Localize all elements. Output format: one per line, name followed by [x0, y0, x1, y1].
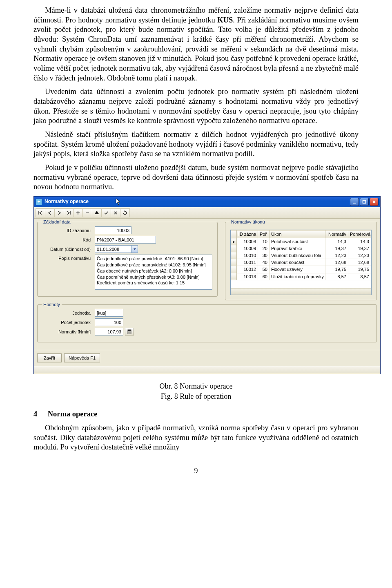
bottom-button-bar: Zavřít Nápověda F1: [34, 350, 380, 366]
cell-norm: 8,57: [325, 273, 348, 280]
cell-pom: 12,68: [348, 259, 371, 266]
table-row[interactable]: ▸1000810Polohovat součást14,314,3: [231, 238, 371, 245]
nav-insert-button[interactable]: [73, 208, 83, 217]
svg-point-20: [130, 332, 130, 333]
cell-norm: 19,37: [325, 245, 348, 252]
input-id[interactable]: [95, 226, 131, 234]
svg-point-17: [130, 331, 130, 332]
label-datum: Datum (účinnost od): [42, 246, 95, 252]
section-heading: 4 Norma operace: [33, 409, 359, 419]
col-por[interactable]: Poř: [258, 230, 270, 238]
nav-refresh-button[interactable]: [120, 208, 130, 217]
label-popis: Popis normativu: [42, 255, 95, 261]
window-minimize-button[interactable]: [350, 198, 359, 206]
input-datum[interactable]: [95, 245, 131, 253]
body-paragraph-5: Obdobným způsobem, jako v případě normat…: [33, 423, 359, 452]
label-jednotka: Jednotka: [42, 310, 95, 316]
cell-id: 10010: [237, 252, 258, 259]
date-dropdown-button[interactable]: [131, 245, 138, 253]
group-hodnoty-legend: Hodnoty: [42, 302, 62, 307]
table-row[interactable]: 1001140Vsunout součást12,6812,68: [231, 259, 371, 266]
window-titlebar[interactable]: ✦ Normativy operace: [34, 197, 380, 207]
window-close-button[interactable]: [370, 198, 379, 206]
group-hodnoty: Hodnoty Jednotka Počet jednotek Normativ…: [37, 304, 377, 342]
app-window: ✦ Normativy operace: [33, 196, 381, 374]
cell-ukon: Fixovat uzávěry: [270, 266, 325, 273]
label-kod: Kód: [42, 237, 95, 243]
group-normativy-ukonu: Normativy úkonů ID zázna: [225, 222, 377, 300]
app-icon: ✦: [36, 199, 42, 205]
body-paragraph-3: Následně stačí příslušným tlačítkem norm…: [33, 130, 359, 159]
calc-button[interactable]: [125, 328, 134, 335]
window-title: Normativy operace: [45, 199, 89, 205]
close-button[interactable]: Zavřít: [37, 353, 62, 362]
grid-scrollbar[interactable]: [231, 288, 371, 295]
statusbar: [34, 366, 380, 374]
nav-delete-button[interactable]: [82, 208, 92, 217]
cell-norm: 14,3: [325, 238, 348, 245]
nav-prev-button[interactable]: [45, 208, 55, 217]
section-title: Norma operace: [48, 410, 98, 418]
grid-ukony[interactable]: ID zázna Poř Úkon Normativ Poměrová ▸100…: [230, 230, 372, 295]
textarea-popis[interactable]: [95, 255, 212, 290]
input-normativ[interactable]: [95, 328, 123, 335]
table-row[interactable]: 1000920Připravit krabici19,3719,37: [231, 245, 371, 252]
cell-por: 30: [258, 252, 270, 259]
col-ukon[interactable]: Úkon: [270, 230, 325, 238]
group-ukonu-legend: Normativy úkonů: [229, 219, 267, 225]
nav-post-button[interactable]: [101, 208, 111, 217]
cell-ukon: Připravit krabici: [270, 245, 325, 252]
cell-por: 60: [258, 273, 270, 280]
nav-first-button[interactable]: [36, 208, 45, 217]
input-kod[interactable]: [95, 236, 156, 244]
page-number: 9: [33, 466, 359, 476]
col-pomerova[interactable]: Poměrová: [348, 230, 371, 238]
cell-id: 10011: [237, 259, 258, 266]
table-row[interactable]: 1001250Fixovat uzávěry19,7519,75: [231, 266, 371, 273]
row-indicator: [231, 252, 237, 259]
window-maximize-button[interactable]: [360, 198, 369, 206]
svg-point-15: [128, 331, 129, 332]
cursor-icon: [116, 198, 121, 206]
cell-pom: 12,23: [348, 252, 371, 259]
body-paragraph-2: Uvedením data účinnosti a zvolením počtu…: [33, 87, 359, 126]
label-pocet: Počet jednotek: [42, 320, 95, 325]
cell-norm: 19,75: [325, 266, 348, 273]
p1-kus: KUS: [217, 16, 233, 24]
svg-rect-14: [128, 330, 131, 331]
nav-last-button[interactable]: [64, 208, 74, 217]
row-indicator: [231, 245, 237, 252]
nav-edit-button[interactable]: [92, 208, 102, 217]
navigator-toolbar: [34, 207, 380, 219]
cell-id: 10013: [237, 273, 258, 280]
svg-point-16: [129, 331, 129, 332]
row-indicator: [231, 259, 237, 266]
cell-por: 20: [258, 245, 270, 252]
cell-pom: 19,37: [348, 245, 371, 252]
label-id: ID záznamu: [42, 228, 95, 233]
cell-por: 10: [258, 238, 270, 245]
cell-pom: 8,57: [348, 273, 371, 280]
figure-caption-cz: Obr. 8 Normativ operace: [33, 382, 359, 391]
group-zakladni-legend: Základní data: [42, 219, 72, 225]
cell-ukon: Vsunout součást: [270, 259, 325, 266]
svg-point-18: [128, 332, 129, 333]
input-pocet[interactable]: [95, 318, 123, 326]
svg-rect-1: [363, 201, 366, 203]
nav-cancel-button[interactable]: [111, 208, 120, 217]
row-indicator: [231, 266, 237, 273]
input-jednotka[interactable]: [95, 309, 123, 317]
svg-point-19: [129, 332, 129, 333]
svg-marker-12: [134, 248, 136, 250]
nav-next-button[interactable]: [54, 208, 64, 217]
client-area: Základní data ID záznamu Kód Datum (účin…: [34, 219, 380, 350]
table-row[interactable]: 1001030Vsunout bublinkovou fólii12,2312,…: [231, 252, 371, 259]
row-indicator: [231, 273, 237, 280]
cell-id: 10008: [237, 238, 258, 245]
help-button[interactable]: Nápověda F1: [64, 353, 100, 362]
svg-marker-9: [95, 211, 98, 214]
cell-por: 40: [258, 259, 270, 266]
col-id[interactable]: ID zázna: [237, 230, 258, 238]
col-normativ[interactable]: Normativ: [325, 230, 348, 238]
table-row[interactable]: 1001360Uložit krabici do přepravky8,578,…: [231, 273, 371, 280]
